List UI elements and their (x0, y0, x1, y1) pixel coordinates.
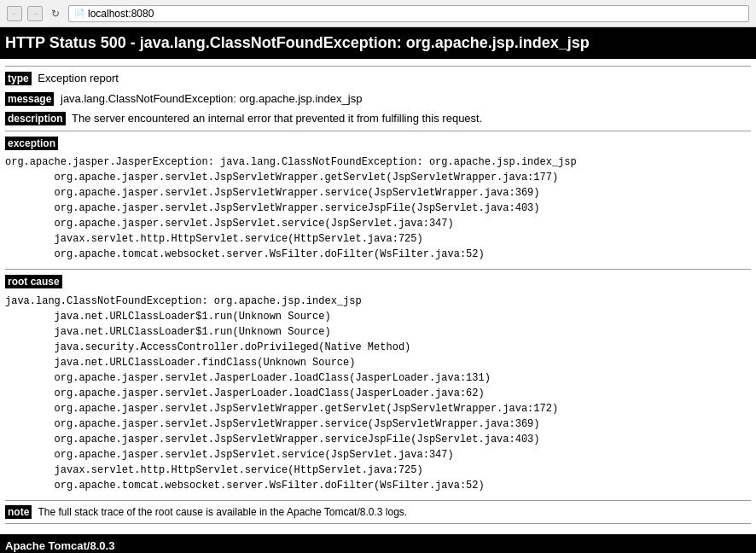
address-bar[interactable]: 📄 localhost:8080 (68, 5, 749, 22)
forward-button[interactable]: → (27, 6, 43, 21)
url-text: localhost:8080 (88, 8, 154, 20)
type-label: type (5, 72, 32, 85)
note-value: The full stack trace of the root cause i… (38, 506, 407, 518)
divider-root-cause (5, 269, 751, 270)
message-label: message (5, 92, 54, 106)
page-title: HTTP Status 500 - java.lang.ClassNotFoun… (0, 27, 756, 59)
description-value: The server encountered an internal error… (72, 112, 482, 125)
page-icon: 📄 (74, 9, 84, 18)
divider-footer (5, 523, 751, 524)
type-value: Exception report (38, 72, 119, 84)
description-row: description The server encountered an in… (5, 110, 751, 127)
description-label: description (5, 112, 66, 125)
root-cause-stack: java.lang.ClassNotFoundException: org.ap… (5, 294, 751, 493)
page-content: HTTP Status 500 - java.lang.ClassNotFoun… (0, 27, 756, 553)
divider-exception (5, 131, 751, 131)
type-row: type Exception report (5, 70, 751, 87)
exception-label-row: exception (5, 135, 751, 152)
note-row: note The full stack trace of the root ca… (5, 506, 751, 518)
back-button[interactable]: ← (7, 6, 22, 21)
divider-top (5, 66, 751, 67)
message-row: message java.lang.ClassNotFoundException… (5, 90, 751, 108)
exception-stack: org.apache.jasper.JasperException: java.… (5, 154, 751, 262)
divider-note (5, 500, 751, 501)
exception-label: exception (5, 137, 58, 150)
browser-chrome: ← → ↻ 📄 localhost:8080 (0, 0, 756, 27)
footer-bar: Apache Tomcat/8.0.3 (0, 534, 756, 554)
root-cause-label-row: root cause (5, 273, 751, 290)
message-value: java.lang.ClassNotFoundException: org.ap… (61, 92, 362, 105)
refresh-button[interactable]: ↻ (48, 6, 63, 21)
note-label: note (5, 505, 32, 519)
error-body: type Exception report message java.lang.… (0, 59, 756, 531)
root-cause-label: root cause (5, 275, 62, 288)
